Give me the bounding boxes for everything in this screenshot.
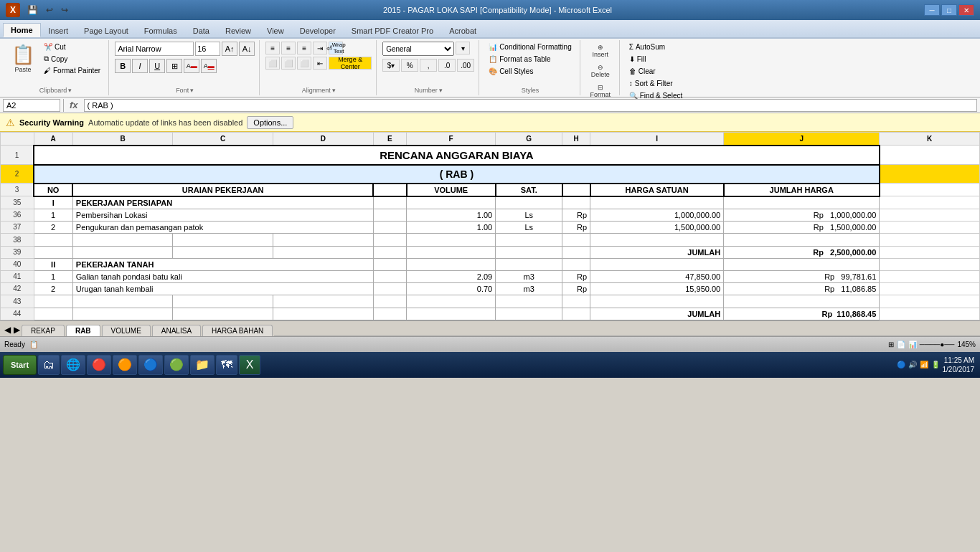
start-button[interactable]: Start xyxy=(3,355,37,375)
col-header-J[interactable]: J xyxy=(724,133,880,146)
increase-font-button[interactable]: A↑ xyxy=(222,42,237,56)
percent-button[interactable]: % xyxy=(401,59,418,72)
redo-button[interactable]: ↪ xyxy=(58,4,71,16)
font-size-input[interactable] xyxy=(195,42,220,56)
cut-button[interactable]: ✂️ Cut xyxy=(40,42,104,52)
merge-center-button[interactable]: Merge & Center xyxy=(329,57,372,70)
save-button[interactable]: 💾 xyxy=(24,4,41,16)
underline-button[interactable]: U xyxy=(149,59,165,73)
taskbar-maps-button[interactable]: 🗺 xyxy=(216,355,237,375)
taskbar-browser1-button[interactable]: 🌐 xyxy=(61,355,85,375)
volume-icon[interactable]: 🔊 xyxy=(908,361,917,368)
col-header-B[interactable]: B xyxy=(72,133,173,146)
font-color-button[interactable]: A▬ xyxy=(201,59,217,73)
view-page-break-icon[interactable]: 📊 xyxy=(908,341,917,348)
tab-review[interactable]: Review xyxy=(217,24,259,37)
col-header-G[interactable]: G xyxy=(496,133,562,146)
border-button[interactable]: ⊞ xyxy=(166,59,182,73)
close-button[interactable]: ✕ xyxy=(958,4,974,16)
minimize-button[interactable]: ─ xyxy=(924,4,940,16)
taskbar-browser5-button[interactable]: 🟢 xyxy=(164,355,189,375)
col-header-C[interactable]: C xyxy=(173,133,273,146)
tab-formulas[interactable]: Formulas xyxy=(136,24,185,37)
currency-button[interactable]: $▾ xyxy=(382,59,400,72)
tab-home[interactable]: Home xyxy=(3,23,41,37)
align-right-button[interactable]: ⬜ xyxy=(297,57,311,70)
sort-filter-button[interactable]: ↕ Sort & Filter xyxy=(626,78,677,89)
conditional-formatting-button[interactable]: 📊 Conditional Formatting xyxy=(485,42,575,52)
autosum-button[interactable]: Σ AutoSum xyxy=(626,42,669,52)
format-table-button[interactable]: 📋 Format as Table xyxy=(485,54,555,65)
col-header-D[interactable]: D xyxy=(273,133,374,146)
sheet-tab-harga-bahan[interactable]: HARGA BAHAN xyxy=(202,325,273,336)
tab-view[interactable]: View xyxy=(259,24,292,37)
sheet-scroll-right[interactable]: ▶ xyxy=(12,323,22,336)
taskbar-browser2-button[interactable]: 🔴 xyxy=(87,355,111,375)
delete-button[interactable]: ⊖ Delete xyxy=(586,62,615,80)
taskbar-explorer-button[interactable]: 🗂 xyxy=(38,355,60,375)
font-expand-icon[interactable]: ▾ xyxy=(190,87,194,94)
fill-color-button[interactable]: A▬ xyxy=(184,59,199,73)
rab-title-cell[interactable]: ( RAB ) xyxy=(34,165,880,184)
cell-styles-button[interactable]: 🎨 Cell Styles xyxy=(485,66,537,77)
align-center-button[interactable]: ⬜ xyxy=(281,57,296,70)
col-header-A[interactable]: A xyxy=(34,133,72,146)
tab-smart-pdf[interactable]: Smart PDF Creator Pro xyxy=(344,24,441,37)
tab-data[interactable]: Data xyxy=(185,24,217,37)
decrease-font-button[interactable]: A↓ xyxy=(239,42,255,56)
formula-input[interactable] xyxy=(84,99,977,112)
sheet-tab-rekap[interactable]: REKAP xyxy=(22,325,65,336)
fill-button[interactable]: ⬇ Fill xyxy=(626,54,650,65)
align-top-center-button[interactable]: ≡ xyxy=(281,42,296,54)
sheet-scroll-left[interactable]: ◀ xyxy=(3,323,12,336)
align-top-left-button[interactable]: ≡ xyxy=(265,42,280,54)
alignment-expand-icon[interactable]: ▾ xyxy=(332,87,336,94)
taskbar-browser4-button[interactable]: 🔵 xyxy=(138,355,163,375)
wrap-text-button[interactable]: ⏎Wrap Text xyxy=(329,42,343,54)
number-expand-icon[interactable]: ▾ xyxy=(439,87,443,94)
indent-button[interactable]: ⇥ xyxy=(313,42,327,54)
format-button[interactable]: ⊟ Format xyxy=(586,82,615,100)
sheet-tab-analisa[interactable]: ANALISA xyxy=(152,325,201,336)
number-expand-icon-btn[interactable]: ▾ xyxy=(456,42,470,54)
format-painter-button[interactable]: 🖌 Format Painter xyxy=(40,65,104,76)
name-box[interactable] xyxy=(3,99,60,112)
tab-page-layout[interactable]: Page Layout xyxy=(76,24,136,37)
security-options-button[interactable]: Options... xyxy=(247,116,293,129)
taskbar-folder-button[interactable]: 📁 xyxy=(190,355,215,375)
paste-button[interactable]: 📋 Paste xyxy=(7,42,39,75)
align-top-right-button[interactable]: ≡ xyxy=(297,42,311,54)
col-header-F[interactable]: F xyxy=(407,133,496,146)
increase-decimal-button[interactable]: .00 xyxy=(457,59,474,72)
decrease-decimal-button[interactable]: .0 xyxy=(438,59,456,72)
taskbar-excel-button[interactable]: X xyxy=(239,355,260,375)
col-header-E[interactable]: E xyxy=(373,133,407,146)
spreadsheet-scroll[interactable]: A B C D E F G H I J K 1 RENCANA ANGGARA xyxy=(0,132,980,320)
tab-acrobat[interactable]: Acrobat xyxy=(441,24,484,37)
col-header-I[interactable]: I xyxy=(590,133,724,146)
number-format-select[interactable]: General Number Currency xyxy=(382,42,454,56)
undo-button[interactable]: ↩ xyxy=(43,4,56,16)
network-icon[interactable]: 📶 xyxy=(920,361,928,368)
col-header-H[interactable]: H xyxy=(562,133,590,146)
tab-developer[interactable]: Developer xyxy=(292,24,344,37)
maximize-button[interactable]: □ xyxy=(941,4,957,16)
col-header-K[interactable]: K xyxy=(880,133,980,146)
tab-insert[interactable]: Insert xyxy=(41,24,77,37)
font-name-input[interactable] xyxy=(115,42,194,56)
sheet-tab-volume[interactable]: VOLUME xyxy=(102,325,151,336)
comma-button[interactable]: , xyxy=(420,59,437,72)
copy-button[interactable]: ⧉ Copy xyxy=(40,53,104,65)
view-normal-icon[interactable]: ⊞ xyxy=(888,341,894,348)
title-cell[interactable]: RENCANA ANGGARAN BIAYA xyxy=(34,146,880,165)
align-left-button[interactable]: ⬜ xyxy=(265,57,280,70)
italic-button[interactable]: I xyxy=(132,59,148,73)
view-page-layout-icon[interactable]: 📄 xyxy=(897,341,905,348)
sheet-tab-rab[interactable]: RAB xyxy=(66,325,100,336)
clear-button[interactable]: 🗑 Clear xyxy=(626,66,659,77)
outdent-button[interactable]: ⇤ xyxy=(313,57,327,70)
clipboard-expand-icon[interactable]: ▾ xyxy=(68,87,72,94)
zoom-slider[interactable]: ────●── xyxy=(920,341,955,348)
insert-button[interactable]: ⊕ Insert xyxy=(586,42,615,60)
taskbar-browser3-button[interactable]: 🟠 xyxy=(113,355,137,375)
